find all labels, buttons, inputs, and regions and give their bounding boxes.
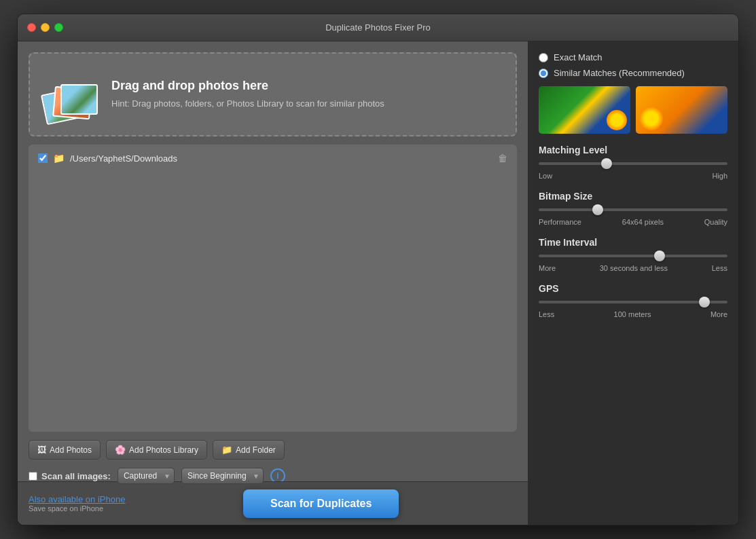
photos-icon-stack [43,67,98,122]
bitmap-size-section: Bitmap Size Performance 64x64 pixels Qua… [539,191,727,226]
time-interval-center: 30 seconds and less [600,264,668,272]
scan-for-duplicates-button[interactable]: Scan for Duplicates [243,489,399,518]
scan-all-text: Scan all images: [41,471,111,481]
bitmap-size-quality: Quality [704,218,727,226]
match-image-1 [539,86,630,134]
folder-icon: 📁 [53,153,65,164]
list-item: 📁 /Users/YaphetS/Downloads 🗑 [34,150,511,166]
bottom-bar: Also available on iPhone Save space on i… [18,481,528,525]
matching-level-high: High [712,172,727,180]
close-button[interactable] [27,23,36,32]
titlebar: Duplicate Photos Fixer Pro [18,14,738,41]
time-interval-labels: More 30 seconds and less Less [539,264,727,272]
time-interval-more: More [539,264,556,272]
since-beginning-select-wrapper: Since Beginning Last Week Last Month Las… [181,468,264,484]
file-path: /Users/YaphetS/Downloads [70,153,177,164]
time-interval-slider[interactable] [539,255,727,257]
photo-card-3 [60,84,98,115]
drag-drop-area[interactable]: Drag and drop photos here Hint: Drag pho… [29,52,517,136]
captured-select-wrapper: Captured Modified Added ▼ [118,468,175,484]
captured-select[interactable]: Captured Modified Added [118,468,175,484]
similar-match-radio[interactable] [539,69,548,78]
bitmap-size-label: Bitmap Size [539,191,727,202]
gps-labels: Less 100 meters More [539,310,727,318]
gps-section: GPS Less 100 meters More [539,283,727,318]
scan-all-label[interactable]: Scan all images: [29,471,111,481]
content-area: Drag and drop photos here Hint: Drag pho… [18,41,738,525]
add-photos-button[interactable]: 🖼 Add Photos [29,440,101,460]
gps-more: More [710,310,727,318]
match-type-section: Exact Match Similar Matches (Recommended… [539,52,727,134]
matching-level-low: Low [539,172,552,180]
add-photos-library-button[interactable]: 🌸 Add Photos Library [106,440,207,460]
matching-level-labels: Low High [539,172,727,180]
add-photos-library-icon: 🌸 [115,445,126,455]
bitmap-size-labels: Performance 64x64 pixels Quality [539,218,727,226]
add-folder-icon: 📁 [221,445,232,455]
minimize-button[interactable] [41,23,50,32]
file-checkbox[interactable] [38,153,48,163]
matching-level-slider[interactable] [539,162,727,165]
matching-level-label: Matching Level [539,145,727,155]
add-buttons-row: 🖼 Add Photos 🌸 Add Photos Library 📁 Add … [29,440,517,460]
exact-match-label: Exact Match [554,52,602,62]
similar-match-label: Similar Matches (Recommended) [554,68,685,78]
add-photos-library-label: Add Photos Library [129,445,198,455]
add-photos-icon: 🖼 [37,445,46,455]
since-beginning-select[interactable]: Since Beginning Last Week Last Month Las… [181,468,264,484]
add-folder-label: Add Folder [236,445,276,455]
main-window: Duplicate Photos Fixer Pro Drag and drop… [17,14,739,525]
left-panel: Drag and drop photos here Hint: Drag pho… [18,41,528,525]
similar-match-row: Similar Matches (Recommended) [539,68,727,78]
add-folder-button[interactable]: 📁 Add Folder [213,440,285,460]
bitmap-size-center: 64x64 pixels [622,218,664,226]
time-interval-section: Time Interval More 30 seconds and less L… [539,237,727,272]
time-interval-label: Time Interval [539,237,727,248]
gps-center: 100 meters [614,310,651,318]
right-panel: Exact Match Similar Matches (Recommended… [528,41,738,525]
iphone-sub-text: Save space on iPhone [29,504,125,513]
match-images [539,86,727,134]
match-image-2 [636,86,727,134]
exact-match-radio[interactable] [539,53,548,62]
exact-match-row: Exact Match [539,52,727,62]
files-area: 📁 /Users/YaphetS/Downloads 🗑 [29,145,517,432]
drag-drop-hint: Hint: Drag photos, folders, or Photos Li… [111,97,384,111]
matching-level-section: Matching Level Low High [539,145,727,180]
bitmap-size-performance: Performance [539,218,581,226]
add-photos-label: Add Photos [50,445,92,455]
gps-slider[interactable] [539,301,727,303]
delete-icon[interactable]: 🗑 [498,153,507,164]
drag-drop-title: Drag and drop photos here [111,79,384,93]
bitmap-size-slider[interactable] [539,208,727,211]
window-title: Duplicate Photos Fixer Pro [325,22,431,33]
time-interval-less: Less [712,264,727,272]
gps-less: Less [539,310,554,318]
drag-drop-text: Drag and drop photos here Hint: Drag pho… [111,79,384,111]
maximize-button[interactable] [54,23,63,32]
gps-label: GPS [539,283,727,294]
traffic-lights [27,23,63,32]
iphone-link[interactable]: Also available on iPhone [29,494,125,504]
scan-all-checkbox[interactable] [29,472,37,481]
iphone-link-area: Also available on iPhone Save space on i… [29,494,125,513]
